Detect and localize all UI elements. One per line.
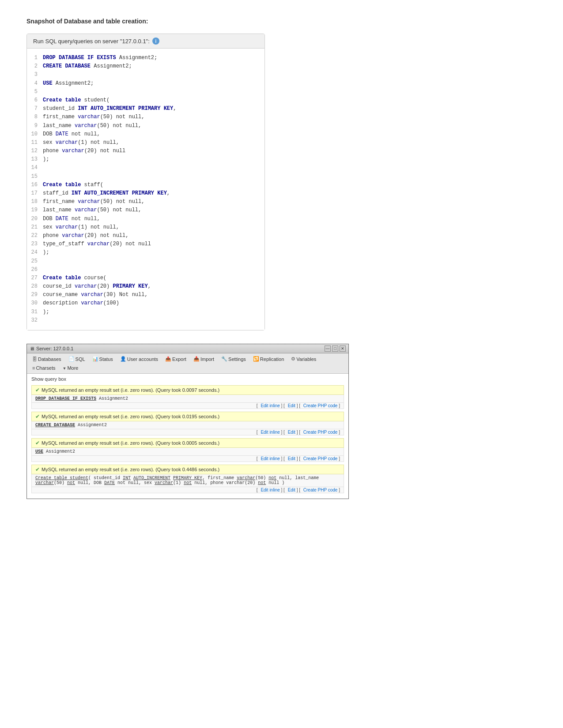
more-icon [62, 365, 66, 371]
query-display-3: USE Assignment2 [31, 448, 344, 456]
nav-item-status[interactable]: Status [89, 354, 117, 364]
sql-code-area: 1 DROP DATABASE IF EXISTS Assignment2; 2… [27, 49, 264, 330]
code-line-12: 12 phone varchar(20) not null [27, 147, 261, 155]
result-block-2: ✔ MySQL returned an empty result set (i.… [31, 412, 344, 435]
sql-icon [68, 356, 75, 362]
nav-label-variables: Variables [296, 356, 316, 362]
page-title: Snapshot of Database and table creation: [26, 18, 537, 25]
result-block-3: ✔ MySQL returned an empty result set (i.… [31, 438, 344, 462]
nav-item-variables[interactable]: Variables [287, 354, 320, 364]
code-line-4: 4 USE Assignment2; [27, 79, 261, 88]
nav-item-databases[interactable]: Databases [29, 355, 65, 364]
code-line-30: 30 description varchar(100) [27, 299, 261, 308]
edit-link-3[interactable]: Edit [288, 456, 295, 461]
nav-item-replication[interactable]: Replication [249, 354, 287, 364]
export-icon [165, 356, 171, 362]
query-display-4: Create table student( student_id INT AUT… [31, 474, 344, 487]
query-links-3: [ Edit inline ] [ Edit ] [ Create PHP co… [31, 456, 344, 462]
check-icon-4: ✔ [35, 466, 40, 473]
code-line-23: 23 type_of_staff varchar(20) not null [27, 240, 261, 248]
create-php-link-2[interactable]: Create PHP code [303, 430, 338, 435]
query-links-1: [ Edit inline ] [ Edit ] [ Create PHP co… [31, 403, 344, 409]
result-msg-1: MySQL returned an empty result set (i.e.… [42, 387, 219, 393]
nav-label-import: Import [200, 356, 214, 362]
info-icon: i [152, 38, 159, 45]
edit-inline-link-3[interactable]: Edit inline [261, 456, 280, 461]
nav-item-charsets[interactable]: Charsets [29, 364, 59, 372]
pma-window: 🖥 Server: 127.0.0.1 — □ ✕ Databases SQL … [26, 344, 349, 499]
code-line-1: 1 DROP DATABASE IF EXISTS Assignment2; [27, 54, 261, 62]
code-line-19: 19 last_name varchar(50) not null, [27, 206, 261, 214]
nav-item-import[interactable]: Import [190, 354, 218, 364]
code-line-10: 10 DOB DATE not null, [27, 130, 261, 139]
edit-inline-link-4[interactable]: Edit inline [261, 488, 280, 492]
nav-item-export[interactable]: Export [162, 354, 190, 364]
edit-link-2[interactable]: Edit [288, 430, 295, 435]
code-line-25: 25 [27, 257, 261, 266]
user-accounts-icon [120, 356, 126, 362]
maximize-button[interactable]: □ [332, 345, 338, 352]
charsets-icon [32, 365, 35, 371]
result-msg-2: MySQL returned an empty result set (i.e.… [42, 414, 219, 419]
code-line-8: 8 first_name varchar(50) not null, [27, 113, 261, 121]
code-line-2: 2 CREATE DATABASE Assignment2; [27, 62, 261, 71]
nav-item-user-accounts[interactable]: User accounts [117, 354, 162, 364]
databases-icon [32, 356, 37, 362]
close-button[interactable]: ✕ [340, 345, 346, 352]
show-query-box-link[interactable]: Show query box [31, 376, 344, 382]
nav-label-status: Status [99, 356, 113, 362]
create-php-link-4[interactable]: Create PHP code [303, 488, 338, 492]
code-line-13: 13 ); [27, 155, 261, 164]
nav-item-more[interactable]: More [59, 364, 82, 372]
code-line-26: 26 [27, 266, 261, 274]
edit-link-4[interactable]: Edit [288, 488, 295, 492]
code-line-14: 14 [27, 164, 261, 172]
pma-navbar: Databases SQL Status User accounts Expor… [27, 353, 348, 374]
code-line-20: 20 DOB DATE not null, [27, 215, 261, 223]
result-block-1: ✔ MySQL returned an empty result set (i.… [31, 385, 344, 409]
import-icon [193, 356, 200, 362]
code-line-29: 29 course_name varchar(30) Not null, [27, 291, 261, 299]
sql-panel-title: Run SQL query/queries on server "127.0.0… [33, 38, 150, 45]
query-links-4: [ Edit inline ] [ Edit ] [ Create PHP co… [31, 487, 344, 493]
sql-panel: Run SQL query/queries on server "127.0.0… [26, 34, 265, 330]
nav-label-charsets: Charsets [36, 365, 55, 371]
settings-icon [221, 356, 227, 362]
result-success-1: ✔ MySQL returned an empty result set (i.… [31, 385, 344, 395]
pma-titlebar: 🖥 Server: 127.0.0.1 — □ ✕ [27, 344, 348, 353]
code-line-9: 9 last_name varchar(50) not null, [27, 122, 261, 130]
result-success-4: ✔ MySQL returned an empty result set (i.… [31, 465, 344, 474]
code-line-28: 28 course_id varchar(20) PRIMARY KEY, [27, 282, 261, 291]
edit-link-1[interactable]: Edit [288, 403, 295, 408]
code-line-16: 16 Create table staff( [27, 181, 261, 189]
nav-item-settings[interactable]: Settings [218, 354, 249, 364]
pma-titlebar-left: 🖥 Server: 127.0.0.1 [30, 346, 73, 351]
variables-icon [291, 356, 295, 362]
code-line-3: 3 [27, 71, 261, 79]
sql-panel-header: Run SQL query/queries on server "127.0.0… [27, 34, 264, 49]
nav-label-settings: Settings [228, 356, 246, 362]
code-line-5: 5 [27, 88, 261, 96]
edit-inline-link-2[interactable]: Edit inline [261, 430, 280, 435]
query-links-2: [ Edit inline ] [ Edit ] [ Create PHP co… [31, 429, 344, 435]
query-display-1: DROP DATABASE IF EXISTS Assignment2 [31, 395, 344, 403]
nav-label-sql: SQL [76, 356, 85, 362]
nav-label-replication: Replication [260, 356, 284, 362]
status-icon [92, 356, 98, 362]
create-php-link-3[interactable]: Create PHP code [303, 456, 338, 461]
code-line-17: 17 staff_id INT AUTO_INCREMENT PRIMARY K… [27, 189, 261, 198]
edit-inline-link-1[interactable]: Edit inline [261, 403, 280, 408]
code-line-27: 27 Create table course( [27, 274, 261, 282]
result-msg-4: MySQL returned an empty result set (i.e.… [42, 467, 219, 472]
server-icon: 🖥 [30, 346, 34, 351]
replication-icon [253, 356, 259, 362]
code-line-6: 6 Create table student( [27, 96, 261, 105]
nav-label-databases: Databases [38, 356, 61, 362]
pma-content: Show query box ✔ MySQL returned an empty… [27, 374, 348, 499]
minimize-button[interactable]: — [325, 345, 331, 352]
code-line-22: 22 phone varchar(20) not null, [27, 232, 261, 240]
nav-label-more: More [67, 365, 78, 371]
code-line-15: 15 [27, 173, 261, 181]
nav-item-sql[interactable]: SQL [65, 354, 89, 364]
create-php-link-1[interactable]: Create PHP code [303, 403, 338, 408]
